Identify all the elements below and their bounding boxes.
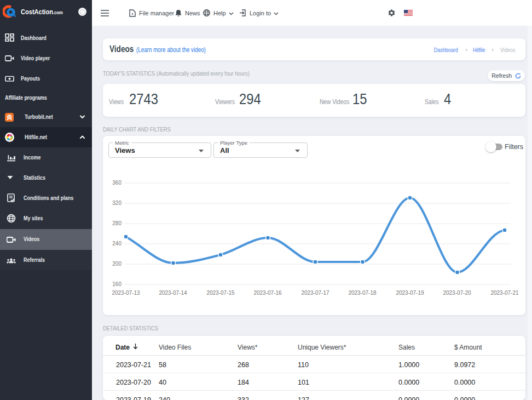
svg-text:320: 320 bbox=[112, 200, 122, 206]
svg-text:2023-07-15: 2023-07-15 bbox=[206, 290, 235, 296]
svg-text:280: 280 bbox=[112, 220, 122, 226]
svg-text:2023-07-17: 2023-07-17 bbox=[301, 290, 329, 296]
svg-text:2023-07-20: 2023-07-20 bbox=[443, 290, 471, 296]
svg-text:2023-07-13: 2023-07-13 bbox=[112, 290, 140, 296]
svg-text:2023-07-19: 2023-07-19 bbox=[396, 290, 424, 296]
svg-text:160: 160 bbox=[112, 281, 122, 287]
svg-text:2023-07-21: 2023-07-21 bbox=[490, 290, 519, 296]
svg-text:200: 200 bbox=[112, 261, 122, 267]
svg-text:2023-07-14: 2023-07-14 bbox=[159, 290, 187, 296]
svg-text:240: 240 bbox=[112, 241, 122, 247]
svg-text:2023-07-18: 2023-07-18 bbox=[348, 290, 377, 296]
svg-text:360: 360 bbox=[112, 180, 122, 186]
svg-text:2023-07-16: 2023-07-16 bbox=[253, 290, 282, 296]
